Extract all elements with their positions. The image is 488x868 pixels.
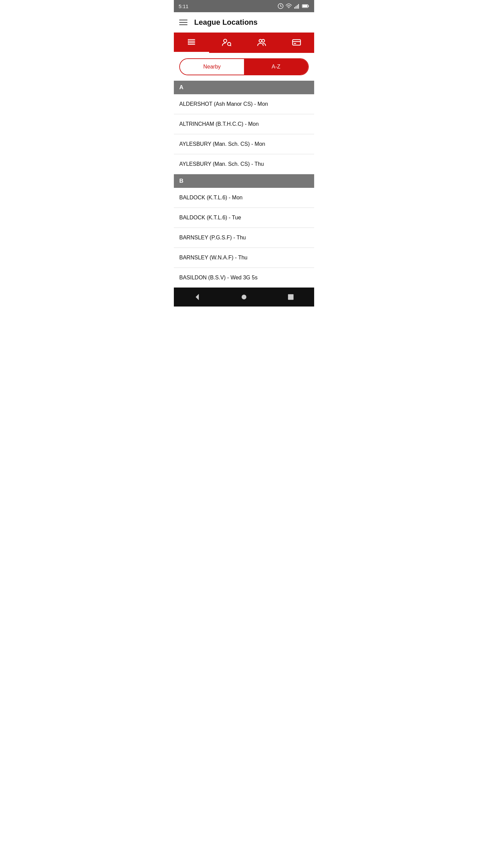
notification-icon <box>278 3 284 9</box>
list-item[interactable]: AYLESBURY (Man. Sch. CS) - Thu <box>174 154 314 174</box>
bottom-nav <box>174 288 314 307</box>
svg-rect-10 <box>188 41 195 41</box>
svg-point-1 <box>288 8 289 8</box>
list-item[interactable]: AYLESBURY (Man. Sch. CS) - Mon <box>174 134 314 154</box>
app-bar: League Locations <box>174 12 314 33</box>
list-item[interactable]: BALDOCK (K.T.L.6) - Tue <box>174 208 314 228</box>
svg-line-16 <box>230 45 231 46</box>
back-icon <box>192 292 202 302</box>
section-header-b: B <box>174 174 314 188</box>
nearby-button[interactable]: Nearby <box>180 59 244 75</box>
list-item[interactable]: BASILDON (B.S.V) - Wed 3G 5s <box>174 268 314 288</box>
card-icon <box>292 38 301 47</box>
list-item[interactable]: ALDERSHOT (Ash Manor CS) - Mon <box>174 94 314 114</box>
list-item[interactable]: BARNSLEY (P.G.S.F) - Thu <box>174 228 314 248</box>
svg-rect-5 <box>298 4 299 9</box>
back-button[interactable] <box>192 292 202 302</box>
tab-list[interactable] <box>174 33 209 53</box>
svg-rect-2 <box>294 7 295 9</box>
home-button[interactable] <box>239 292 249 302</box>
svg-rect-3 <box>296 6 296 9</box>
toggle-container: Nearby A-Z <box>179 58 309 75</box>
tab-group[interactable] <box>244 33 279 53</box>
svg-rect-9 <box>188 39 195 40</box>
status-time: 5:11 <box>179 3 188 9</box>
recent-button[interactable] <box>286 292 296 302</box>
battery-icon <box>302 4 309 8</box>
tab-card[interactable] <box>279 33 314 53</box>
tab-bar <box>174 33 314 53</box>
section-header-a: A <box>174 81 314 94</box>
svg-point-17 <box>259 39 262 42</box>
status-icons <box>278 3 309 9</box>
hamburger-menu-button[interactable] <box>179 18 187 27</box>
svg-marker-22 <box>196 294 199 300</box>
list-item[interactable]: ALTRINCHAM (B.T.H.C.C) - Mon <box>174 114 314 134</box>
signal-icon <box>294 3 300 9</box>
content-list: AALDERSHOT (Ash Manor CS) - MonALTRINCHA… <box>174 81 314 288</box>
svg-rect-7 <box>308 5 309 7</box>
svg-point-18 <box>262 39 264 42</box>
recent-icon <box>286 292 296 302</box>
wifi-icon <box>286 3 292 9</box>
svg-point-23 <box>242 295 246 299</box>
list-icon <box>187 38 196 47</box>
search-person-icon <box>222 38 231 47</box>
svg-point-14 <box>224 39 227 42</box>
tab-search-person[interactable] <box>209 33 244 53</box>
list-item[interactable]: BALDOCK (K.T.L.6) - Mon <box>174 188 314 208</box>
svg-rect-4 <box>297 5 298 9</box>
list-item[interactable]: BARNSLEY (W.N.A.F) - Thu <box>174 248 314 268</box>
status-bar: 5:11 <box>174 0 314 12</box>
svg-rect-11 <box>188 42 195 43</box>
home-icon <box>239 292 249 302</box>
svg-rect-19 <box>293 39 301 45</box>
group-icon <box>257 38 266 47</box>
svg-rect-8 <box>303 5 307 7</box>
app-title: League Locations <box>194 18 258 27</box>
svg-rect-24 <box>288 294 293 300</box>
svg-rect-12 <box>188 44 195 44</box>
svg-rect-13 <box>188 39 188 44</box>
az-button[interactable]: A-Z <box>244 59 308 75</box>
